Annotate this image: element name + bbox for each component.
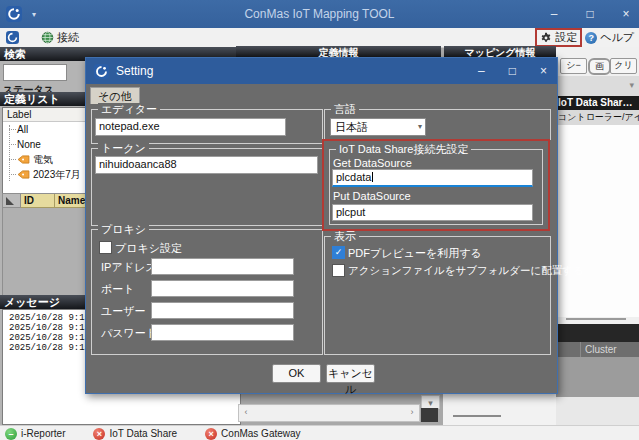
tree-item-label: All	[17, 124, 28, 135]
status-error-icon: ×	[205, 428, 217, 440]
tab-other[interactable]: その他	[90, 87, 140, 104]
proxy-ip-input[interactable]	[151, 258, 294, 275]
ok-button[interactable]: OK	[272, 364, 321, 383]
horizontal-scrollbar[interactable]: ‹ ›	[238, 404, 420, 422]
controller-item-header: コントローラー/アイテム	[556, 110, 639, 126]
dialog-title: Setting	[116, 64, 153, 78]
cluster-header-row: Cluster	[556, 342, 639, 358]
app-menu-button[interactable]	[2, 29, 23, 46]
help-button[interactable]: ? ヘルプ	[581, 29, 638, 46]
text-cursor	[372, 172, 373, 182]
proxy-checkbox-label: プロキシ設定	[115, 241, 182, 256]
table-header-id[interactable]: ID	[21, 194, 55, 208]
app-logo-icon	[6, 31, 19, 44]
tag-icon	[17, 155, 30, 164]
status-ok-icon: –	[5, 428, 17, 440]
globe-icon	[41, 31, 54, 44]
get-datasource-value: plcdata	[336, 171, 371, 183]
tree-item-label: None	[17, 139, 41, 150]
connect-label: 接続	[57, 30, 79, 45]
language-group-label: 言語	[331, 103, 359, 116]
get-datasource-input[interactable]: plcdata	[332, 169, 533, 187]
proxy-password-input[interactable]	[151, 324, 294, 341]
tree-item-label: 2023年7月	[33, 168, 81, 182]
minimize-button[interactable]: –	[547, 7, 561, 21]
setting-dialog: Setting – □ × その他 エディター notepad.exe トークン…	[85, 57, 558, 394]
pdf-preview-label: PDFプレビューを利用する	[348, 246, 482, 261]
proxy-user-input[interactable]	[151, 302, 294, 319]
proxy-port-label: ポート	[101, 282, 135, 297]
mapping-info-header: マッピング情報	[444, 46, 556, 57]
status-bar: – i-Reporter × IoT Data Share × ConMas G…	[0, 425, 639, 440]
editor-group-label: エディター	[98, 103, 160, 116]
status-label: i-Reporter	[21, 428, 65, 439]
action-subfolder-label: アクションファイルをサブフォルダーに配置する	[348, 264, 584, 278]
definition-info-header: 定義情報	[236, 46, 441, 57]
close-button[interactable]: ×	[619, 7, 633, 21]
token-group-label: トークン	[98, 142, 149, 155]
help-label: ヘルプ	[600, 30, 634, 45]
status-item-iot-data-share: × IoT Data Share	[93, 428, 177, 440]
pdf-preview-checkbox[interactable]	[332, 246, 345, 259]
help-icon: ?	[585, 32, 597, 44]
right-toolbar-button-1[interactable]: シ−	[560, 58, 587, 74]
controller-list[interactable]	[556, 125, 639, 317]
tree-item-label: 電気	[33, 153, 53, 167]
right-toolbar-button-2[interactable]: 画	[588, 58, 611, 75]
proxy-checkbox[interactable]	[99, 241, 112, 254]
cluster-column-header[interactable]: Cluster	[580, 342, 639, 357]
get-datasource-label: Get DataSource	[333, 157, 412, 169]
splitter-grip[interactable]	[453, 415, 501, 417]
cancel-button[interactable]: キャンセル	[326, 364, 375, 383]
settings-button[interactable]: 設定	[536, 29, 581, 46]
app-logo-icon	[94, 64, 109, 79]
display-group-label: 表示	[331, 230, 359, 243]
dialog-maximize-button[interactable]: □	[509, 64, 516, 78]
scroll-left-icon[interactable]: ‹	[241, 405, 251, 419]
search-input[interactable]	[3, 64, 67, 81]
scroll-down-button[interactable]: ▾	[421, 395, 440, 409]
table-corner-selector[interactable]	[3, 194, 21, 208]
status-item-conmas-gateway: × ConMas Gateway	[205, 428, 300, 440]
gear-icon	[540, 32, 552, 44]
dialog-close-button[interactable]: ×	[540, 64, 547, 78]
scroll-right-icon[interactable]: ›	[407, 405, 417, 419]
right-toolbar-button-3[interactable]: クリ	[610, 58, 637, 74]
right-bottom-strip	[556, 397, 639, 425]
connect-button[interactable]: 接続	[37, 29, 83, 46]
right-panel: シ− 画 クリ ▾ IoT Data Shar… コントローラー/アイテム Cl…	[556, 47, 639, 425]
window-title: ConMas IoT Mapping TOOL	[0, 7, 639, 21]
splitter-grip[interactable]	[566, 318, 626, 320]
maximize-button[interactable]: □	[583, 7, 597, 21]
proxy-password-label: パスワード	[101, 326, 157, 341]
iot-group-label: IoT Data Share接続先設定	[336, 143, 471, 156]
status-label: ConMas Gateway	[221, 428, 300, 439]
main-toolbar: 接続 設定 ? ヘルプ	[0, 28, 639, 48]
right-combo-strip: ▾	[556, 76, 639, 96]
app-window: ▾ ConMas IoT Mapping TOOL – □ × 接続	[0, 0, 639, 440]
language-selected-value: 日本語	[335, 121, 368, 133]
lower-dark-bar	[556, 324, 639, 342]
bottom-right-panel-strip	[443, 392, 556, 425]
combo-arrow-icon[interactable]: ▾	[629, 80, 634, 90]
editor-input[interactable]: notepad.exe	[95, 118, 286, 136]
proxy-user-label: ユーザー	[101, 304, 146, 319]
status-error-icon: ×	[93, 428, 105, 440]
put-datasource-label: Put DataSource	[333, 190, 411, 202]
language-select[interactable]: 日本語 ▾	[330, 118, 426, 136]
title-bar: ▾ ConMas IoT Mapping TOOL – □ ×	[0, 0, 639, 28]
dialog-minimize-button[interactable]: –	[478, 64, 485, 78]
settings-label: 設定	[555, 30, 577, 45]
proxy-ip-label: IPアドレス	[101, 260, 156, 275]
token-input[interactable]: nihuidoaanca88	[95, 156, 318, 174]
tag-icon	[17, 170, 30, 179]
dialog-title-bar[interactable]: Setting – □ ×	[86, 58, 557, 84]
put-datasource-input[interactable]: plcput	[332, 204, 533, 221]
proxy-group-label: プロキシ	[98, 223, 149, 236]
scrollbar-corner-block	[421, 408, 438, 422]
cluster-body	[556, 357, 639, 397]
chevron-down-icon: ▾	[418, 119, 422, 135]
action-subfolder-checkbox[interactable]	[332, 264, 345, 277]
iot-data-share-header: IoT Data Shar…	[556, 96, 639, 110]
proxy-port-input[interactable]	[151, 280, 294, 297]
